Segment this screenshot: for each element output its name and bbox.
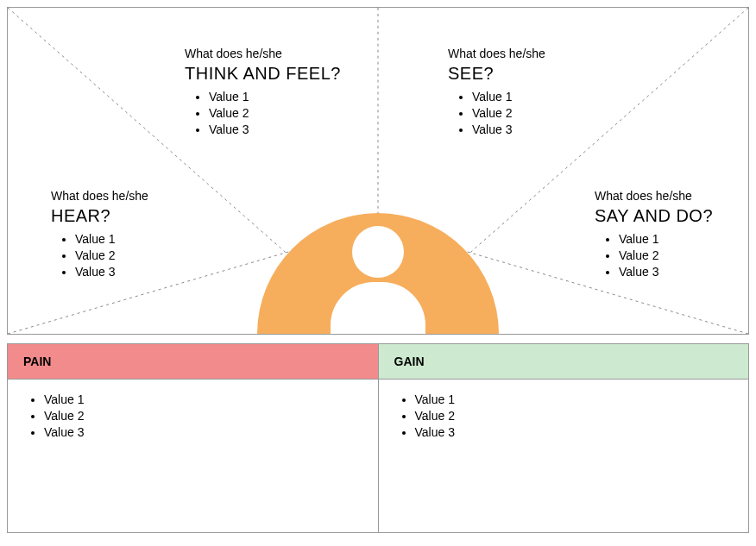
list-item: Value 1 bbox=[415, 392, 734, 408]
list-item: Value 2 bbox=[619, 248, 749, 264]
segment-values-list: Value 1 Value 2 Value 3 bbox=[448, 89, 621, 138]
segment-see: What does he/she SEE? Value 1 Value 2 Va… bbox=[448, 47, 621, 138]
list-item: Value 1 bbox=[75, 231, 224, 248]
list-item: Value 3 bbox=[415, 424, 734, 441]
list-item: Value 3 bbox=[472, 122, 621, 138]
segment-values-list: Value 1 Value 2 Value 3 bbox=[51, 231, 224, 280]
segment-prompt: What does he/she bbox=[185, 47, 375, 60]
segment-title: THINK AND FEEL? bbox=[185, 64, 375, 84]
list-item: Value 1 bbox=[472, 89, 621, 105]
list-item: Value 2 bbox=[75, 248, 224, 264]
gain-body: Value 1 Value 2 Value 3 bbox=[379, 380, 749, 532]
pain-gain-panel: PAIN Value 1 Value 2 Value 3 GAIN Value … bbox=[7, 343, 749, 533]
segment-hear: What does he/she HEAR? Value 1 Value 2 V… bbox=[51, 189, 224, 280]
segment-prompt: What does he/she bbox=[448, 47, 621, 60]
pain-header: PAIN bbox=[8, 344, 378, 380]
segment-think-and-feel: What does he/she THINK AND FEEL? Value 1… bbox=[185, 47, 375, 138]
segment-say-and-do: What does he/she SAY AND DO? Value 1 Val… bbox=[595, 189, 749, 280]
list-item: Value 1 bbox=[619, 231, 749, 248]
list-item: Value 3 bbox=[619, 264, 749, 280]
pain-column: PAIN Value 1 Value 2 Value 3 bbox=[8, 344, 378, 532]
segment-prompt: What does he/she bbox=[51, 189, 224, 203]
persona-avatar bbox=[257, 187, 499, 334]
list-item: Value 3 bbox=[44, 424, 362, 441]
segment-title: HEAR? bbox=[51, 206, 224, 226]
segment-title: SAY AND DO? bbox=[595, 206, 749, 226]
gain-header: GAIN bbox=[379, 344, 749, 380]
list-item: Value 2 bbox=[209, 105, 375, 122]
pain-body: Value 1 Value 2 Value 3 bbox=[8, 380, 378, 532]
list-item: Value 2 bbox=[415, 408, 734, 424]
pain-values-list: Value 1 Value 2 Value 3 bbox=[23, 392, 362, 441]
list-item: Value 1 bbox=[209, 89, 375, 105]
gain-values-list: Value 1 Value 2 Value 3 bbox=[394, 392, 734, 441]
list-item: Value 2 bbox=[44, 408, 362, 424]
segment-values-list: Value 1 Value 2 Value 3 bbox=[185, 89, 375, 138]
avatar-head-icon bbox=[352, 226, 404, 278]
list-item: Value 3 bbox=[209, 122, 375, 138]
segment-prompt: What does he/she bbox=[595, 189, 749, 203]
gain-column: GAIN Value 1 Value 2 Value 3 bbox=[378, 344, 749, 532]
list-item: Value 2 bbox=[472, 105, 621, 122]
list-item: Value 1 bbox=[44, 392, 362, 408]
list-item: Value 3 bbox=[75, 264, 224, 280]
segment-title: SEE? bbox=[448, 64, 621, 84]
empathy-map-panel: What does he/she THINK AND FEEL? Value 1… bbox=[7, 7, 749, 335]
segment-values-list: Value 1 Value 2 Value 3 bbox=[595, 231, 749, 280]
